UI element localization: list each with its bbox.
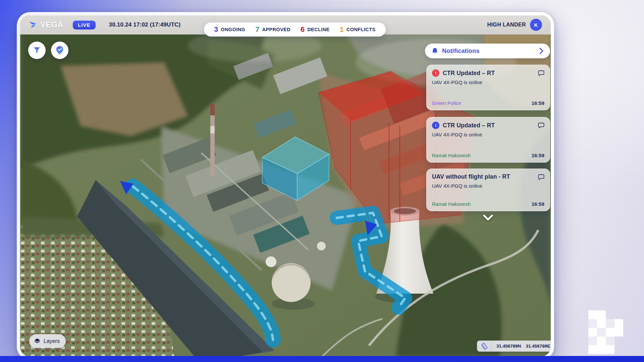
layers-label: Layers: [44, 338, 60, 344]
notification-source: Ramat Hakovesh: [432, 153, 471, 158]
notification-title: CTR Updated – RT: [443, 122, 495, 129]
location-check-button[interactable]: [51, 42, 68, 59]
ongoing-label: ONGOING: [221, 27, 245, 32]
decline-label: DECLINE: [307, 27, 329, 32]
live-badge: LIVE: [73, 20, 95, 29]
filter-button[interactable]: [28, 42, 46, 59]
notification-card[interactable]: ! CTR Updated – RT UAV 4X-PGQ is online …: [426, 65, 550, 110]
chevron-down-icon[interactable]: [482, 214, 494, 223]
avatar-initial: K: [534, 22, 538, 28]
comment-icon[interactable]: [538, 174, 544, 180]
pixel-cell: [597, 328, 606, 337]
pixel-cell: [588, 310, 597, 319]
pixel-cell: [614, 319, 623, 328]
decline-count: 6: [301, 25, 305, 34]
notification-body: UAV 4X-PGQ is online: [432, 79, 544, 85]
notification-body: UAV 4X-PGQ is online: [432, 132, 544, 137]
pixel-cell: [606, 328, 614, 337]
pixel-cell: [588, 345, 597, 354]
page-footer-bar: [0, 356, 644, 362]
notification-body: UAV 4X-PGQ is online: [432, 183, 544, 189]
user-name: HIGH LANDER: [487, 22, 526, 28]
layers-icon: [34, 338, 41, 345]
notification-title: CTR Updated – RT: [443, 70, 495, 77]
pixel-cell: [606, 319, 614, 328]
pixel-cell: [597, 337, 606, 345]
header-datetime: 30.10.24 17:02 (17:49UTC): [109, 21, 181, 28]
pixel-cell: [597, 319, 606, 328]
status-item-decline[interactable]: 6 DECLINE: [301, 25, 330, 34]
vega-bird-icon: [29, 20, 38, 29]
map-controls: [28, 42, 68, 59]
conflicts-count: 1: [340, 25, 344, 34]
pixel-cell: [614, 328, 623, 337]
notification-time: 16:59: [532, 100, 544, 106]
status-item-conflicts[interactable]: 1 CONFLICTS: [340, 25, 376, 34]
approved-label: APPROVED: [262, 27, 290, 32]
pin-check-icon: [55, 45, 65, 55]
coordinate-lat: 31.456789N: [496, 344, 521, 349]
chevron-right-icon: [539, 48, 543, 54]
status-item-approved[interactable]: 7 APPROVED: [255, 25, 290, 34]
pixel-watermark-logo: [588, 310, 623, 354]
bell-icon: [432, 48, 438, 55]
pixel-cell: [588, 319, 597, 328]
comment-icon[interactable]: [538, 70, 544, 76]
conflicts-label: CONFLICTS: [346, 27, 376, 32]
info-icon: i: [432, 122, 439, 129]
ruler-icon[interactable]: [477, 341, 492, 352]
notifications-header[interactable]: Notifications: [425, 44, 550, 58]
brand-logo: VEGA: [29, 20, 63, 29]
coordinates-bar: 31.456789N 31.456789E: [477, 341, 551, 352]
approved-count: 7: [255, 25, 259, 34]
alert-icon: !: [432, 69, 439, 77]
app-window: VEGA LIVE 30.10.24 17:02 (17:49UTC) HIGH…: [17, 12, 554, 360]
notifications-title: Notifications: [442, 48, 480, 55]
pixel-cell: [588, 328, 597, 337]
brand-name: VEGA: [40, 20, 63, 29]
notification-time: 16:59: [532, 153, 544, 158]
layers-button[interactable]: Layers: [29, 334, 66, 348]
pixel-cell: [588, 337, 597, 345]
avatar[interactable]: K: [530, 19, 542, 31]
notification-title: UAV without flight plan - RT: [432, 173, 510, 180]
notification-source: Green Police: [432, 100, 461, 106]
notification-time: 16:59: [532, 201, 544, 207]
mission-status-bar: 3 ONGOING 7 APPROVED 6 DECLINE 1 CONFLIC…: [204, 22, 386, 37]
coordinate-lon: 31.456789E: [526, 344, 550, 349]
filter-icon: [33, 46, 41, 55]
info-glyph: i: [435, 123, 436, 128]
notification-card[interactable]: UAV without flight plan - RT UAV 4X-PGQ …: [426, 169, 550, 211]
notification-card[interactable]: i CTR Updated – RT UAV 4X-PGQ is online …: [426, 117, 550, 163]
notification-source: Ramat Hakovesh: [432, 201, 471, 207]
status-item-ongoing[interactable]: 3 ONGOING: [214, 25, 245, 34]
comment-icon[interactable]: [538, 122, 544, 128]
pixel-cell: [606, 337, 614, 345]
alert-glyph: !: [435, 71, 436, 76]
pixel-cell: [597, 345, 606, 354]
pixel-cell: [597, 310, 606, 319]
app-viewport: VEGA LIVE 30.10.24 17:02 (17:49UTC) HIGH…: [20, 15, 551, 357]
ongoing-count: 3: [214, 25, 218, 34]
pixel-cell: [606, 345, 614, 354]
